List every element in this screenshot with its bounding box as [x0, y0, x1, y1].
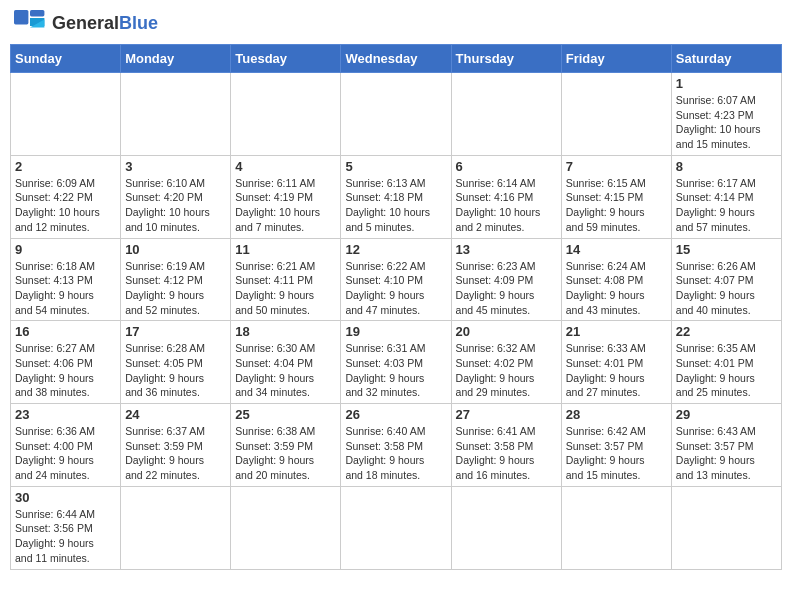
- logo: GeneralBlue: [14, 10, 158, 38]
- calendar-day-cell: [341, 486, 451, 569]
- calendar-day-cell: 10Sunrise: 6:19 AM Sunset: 4:12 PM Dayli…: [121, 238, 231, 321]
- calendar-day-cell: 12Sunrise: 6:22 AM Sunset: 4:10 PM Dayli…: [341, 238, 451, 321]
- day-number: 25: [235, 407, 336, 422]
- calendar-day-cell: 27Sunrise: 6:41 AM Sunset: 3:58 PM Dayli…: [451, 404, 561, 487]
- day-info: Sunrise: 6:18 AM Sunset: 4:13 PM Dayligh…: [15, 259, 116, 318]
- calendar-day-cell: 15Sunrise: 6:26 AM Sunset: 4:07 PM Dayli…: [671, 238, 781, 321]
- day-number: 18: [235, 324, 336, 339]
- calendar-day-cell: 22Sunrise: 6:35 AM Sunset: 4:01 PM Dayli…: [671, 321, 781, 404]
- day-info: Sunrise: 6:36 AM Sunset: 4:00 PM Dayligh…: [15, 424, 116, 483]
- calendar-week-row: 1Sunrise: 6:07 AM Sunset: 4:23 PM Daylig…: [11, 73, 782, 156]
- day-number: 3: [125, 159, 226, 174]
- calendar-day-cell: 11Sunrise: 6:21 AM Sunset: 4:11 PM Dayli…: [231, 238, 341, 321]
- day-info: Sunrise: 6:43 AM Sunset: 3:57 PM Dayligh…: [676, 424, 777, 483]
- calendar-body: 1Sunrise: 6:07 AM Sunset: 4:23 PM Daylig…: [11, 73, 782, 570]
- day-number: 27: [456, 407, 557, 422]
- calendar-day-cell: [561, 486, 671, 569]
- day-number: 22: [676, 324, 777, 339]
- day-number: 29: [676, 407, 777, 422]
- day-number: 15: [676, 242, 777, 257]
- calendar-day-cell: 8Sunrise: 6:17 AM Sunset: 4:14 PM Daylig…: [671, 155, 781, 238]
- svg-rect-0: [14, 10, 28, 24]
- calendar-day-cell: 24Sunrise: 6:37 AM Sunset: 3:59 PM Dayli…: [121, 404, 231, 487]
- calendar-week-row: 30Sunrise: 6:44 AM Sunset: 3:56 PM Dayli…: [11, 486, 782, 569]
- weekday-header-cell: Tuesday: [231, 45, 341, 73]
- day-info: Sunrise: 6:33 AM Sunset: 4:01 PM Dayligh…: [566, 341, 667, 400]
- calendar-day-cell: 21Sunrise: 6:33 AM Sunset: 4:01 PM Dayli…: [561, 321, 671, 404]
- calendar-day-cell: 26Sunrise: 6:40 AM Sunset: 3:58 PM Dayli…: [341, 404, 451, 487]
- weekday-header-cell: Thursday: [451, 45, 561, 73]
- calendar-day-cell: [231, 73, 341, 156]
- calendar-day-cell: 4Sunrise: 6:11 AM Sunset: 4:19 PM Daylig…: [231, 155, 341, 238]
- calendar-day-cell: 7Sunrise: 6:15 AM Sunset: 4:15 PM Daylig…: [561, 155, 671, 238]
- day-number: 24: [125, 407, 226, 422]
- calendar-day-cell: 20Sunrise: 6:32 AM Sunset: 4:02 PM Dayli…: [451, 321, 561, 404]
- calendar-day-cell: 13Sunrise: 6:23 AM Sunset: 4:09 PM Dayli…: [451, 238, 561, 321]
- day-info: Sunrise: 6:17 AM Sunset: 4:14 PM Dayligh…: [676, 176, 777, 235]
- day-number: 7: [566, 159, 667, 174]
- day-info: Sunrise: 6:13 AM Sunset: 4:18 PM Dayligh…: [345, 176, 446, 235]
- day-number: 30: [15, 490, 116, 505]
- day-info: Sunrise: 6:42 AM Sunset: 3:57 PM Dayligh…: [566, 424, 667, 483]
- calendar-day-cell: 28Sunrise: 6:42 AM Sunset: 3:57 PM Dayli…: [561, 404, 671, 487]
- day-info: Sunrise: 6:26 AM Sunset: 4:07 PM Dayligh…: [676, 259, 777, 318]
- calendar-day-cell: [561, 73, 671, 156]
- weekday-header-row: SundayMondayTuesdayWednesdayThursdayFrid…: [11, 45, 782, 73]
- calendar-day-cell: 3Sunrise: 6:10 AM Sunset: 4:20 PM Daylig…: [121, 155, 231, 238]
- day-number: 12: [345, 242, 446, 257]
- day-number: 20: [456, 324, 557, 339]
- day-info: Sunrise: 6:30 AM Sunset: 4:04 PM Dayligh…: [235, 341, 336, 400]
- day-info: Sunrise: 6:14 AM Sunset: 4:16 PM Dayligh…: [456, 176, 557, 235]
- weekday-header-cell: Sunday: [11, 45, 121, 73]
- calendar-week-row: 23Sunrise: 6:36 AM Sunset: 4:00 PM Dayli…: [11, 404, 782, 487]
- weekday-header-cell: Wednesday: [341, 45, 451, 73]
- day-number: 21: [566, 324, 667, 339]
- page-header: GeneralBlue: [10, 10, 782, 38]
- day-number: 1: [676, 76, 777, 91]
- calendar-day-cell: [451, 486, 561, 569]
- day-info: Sunrise: 6:10 AM Sunset: 4:20 PM Dayligh…: [125, 176, 226, 235]
- day-info: Sunrise: 6:40 AM Sunset: 3:58 PM Dayligh…: [345, 424, 446, 483]
- calendar-day-cell: [451, 73, 561, 156]
- calendar-day-cell: 30Sunrise: 6:44 AM Sunset: 3:56 PM Dayli…: [11, 486, 121, 569]
- calendar-day-cell: 25Sunrise: 6:38 AM Sunset: 3:59 PM Dayli…: [231, 404, 341, 487]
- logo-text: GeneralBlue: [52, 14, 158, 34]
- day-number: 16: [15, 324, 116, 339]
- weekday-header-cell: Saturday: [671, 45, 781, 73]
- calendar-day-cell: [121, 73, 231, 156]
- calendar-week-row: 9Sunrise: 6:18 AM Sunset: 4:13 PM Daylig…: [11, 238, 782, 321]
- logo-icon: [14, 10, 46, 38]
- day-number: 28: [566, 407, 667, 422]
- calendar-day-cell: 18Sunrise: 6:30 AM Sunset: 4:04 PM Dayli…: [231, 321, 341, 404]
- calendar-day-cell: 19Sunrise: 6:31 AM Sunset: 4:03 PM Dayli…: [341, 321, 451, 404]
- calendar-day-cell: 14Sunrise: 6:24 AM Sunset: 4:08 PM Dayli…: [561, 238, 671, 321]
- day-number: 14: [566, 242, 667, 257]
- svg-rect-1: [30, 10, 44, 16]
- day-info: Sunrise: 6:09 AM Sunset: 4:22 PM Dayligh…: [15, 176, 116, 235]
- day-info: Sunrise: 6:41 AM Sunset: 3:58 PM Dayligh…: [456, 424, 557, 483]
- day-number: 10: [125, 242, 226, 257]
- calendar-day-cell: 16Sunrise: 6:27 AM Sunset: 4:06 PM Dayli…: [11, 321, 121, 404]
- day-info: Sunrise: 6:35 AM Sunset: 4:01 PM Dayligh…: [676, 341, 777, 400]
- day-number: 2: [15, 159, 116, 174]
- calendar-day-cell: 1Sunrise: 6:07 AM Sunset: 4:23 PM Daylig…: [671, 73, 781, 156]
- day-info: Sunrise: 6:38 AM Sunset: 3:59 PM Dayligh…: [235, 424, 336, 483]
- day-number: 6: [456, 159, 557, 174]
- day-info: Sunrise: 6:37 AM Sunset: 3:59 PM Dayligh…: [125, 424, 226, 483]
- day-number: 11: [235, 242, 336, 257]
- day-info: Sunrise: 6:23 AM Sunset: 4:09 PM Dayligh…: [456, 259, 557, 318]
- day-number: 4: [235, 159, 336, 174]
- day-info: Sunrise: 6:32 AM Sunset: 4:02 PM Dayligh…: [456, 341, 557, 400]
- day-info: Sunrise: 6:31 AM Sunset: 4:03 PM Dayligh…: [345, 341, 446, 400]
- calendar-day-cell: [121, 486, 231, 569]
- calendar-week-row: 16Sunrise: 6:27 AM Sunset: 4:06 PM Dayli…: [11, 321, 782, 404]
- day-info: Sunrise: 6:24 AM Sunset: 4:08 PM Dayligh…: [566, 259, 667, 318]
- day-info: Sunrise: 6:19 AM Sunset: 4:12 PM Dayligh…: [125, 259, 226, 318]
- day-number: 23: [15, 407, 116, 422]
- calendar-day-cell: [231, 486, 341, 569]
- calendar-day-cell: 6Sunrise: 6:14 AM Sunset: 4:16 PM Daylig…: [451, 155, 561, 238]
- day-info: Sunrise: 6:21 AM Sunset: 4:11 PM Dayligh…: [235, 259, 336, 318]
- day-number: 13: [456, 242, 557, 257]
- day-info: Sunrise: 6:27 AM Sunset: 4:06 PM Dayligh…: [15, 341, 116, 400]
- calendar-day-cell: 2Sunrise: 6:09 AM Sunset: 4:22 PM Daylig…: [11, 155, 121, 238]
